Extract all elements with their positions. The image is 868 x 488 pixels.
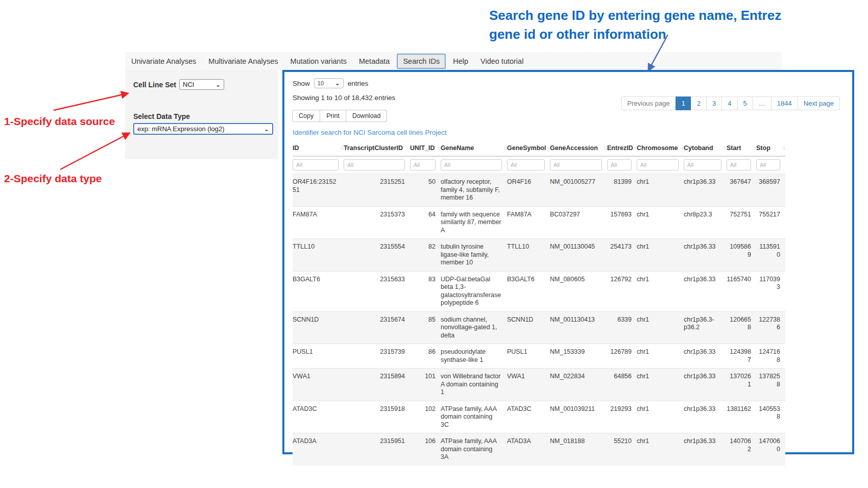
- cell-start: 1381162: [727, 401, 756, 433]
- column-header-geneaccession[interactable]: GeneAccession↑↓: [550, 140, 607, 156]
- filter-input-genesymbol[interactable]: [507, 159, 545, 170]
- next-page-button[interactable]: Next page: [798, 96, 840, 110]
- cell-geneaccession: NM_153339: [550, 344, 607, 369]
- cell-unit-id: 50: [410, 174, 441, 207]
- tab-mutation-variants[interactable]: Mutation variants: [284, 54, 353, 69]
- entries-label: entries: [348, 80, 369, 87]
- column-header-unit-id[interactable]: UNIT_ID↑↓: [410, 140, 441, 156]
- table-row: OR4F16:2315251231525150olfactory recepto…: [293, 174, 785, 207]
- cell-cytoband: chr1p36.33: [684, 271, 727, 311]
- page-button-5[interactable]: 5: [737, 96, 753, 110]
- column-header-genename[interactable]: GeneName↑↓: [441, 140, 507, 156]
- filter-input-entrezid[interactable]: [607, 159, 632, 170]
- table-row: FAM87A231537364family with sequence simi…: [293, 206, 785, 239]
- filter-input-start[interactable]: [727, 159, 751, 170]
- show-entries-row: Show 10 ⌄ entries: [293, 78, 844, 88]
- filter-input-cytoband[interactable]: [684, 159, 721, 170]
- cell-stop: 1227386: [756, 311, 785, 344]
- copy-button[interactable]: Copy: [292, 110, 320, 122]
- cell-geneaccession: NM_001130413: [550, 311, 607, 344]
- previous-page-button[interactable]: Previous page: [621, 96, 676, 110]
- filter-input-id[interactable]: [293, 159, 339, 170]
- cell-unit-id: 102: [410, 401, 441, 433]
- sort-icon: ↑↓: [503, 145, 507, 151]
- cell-entrezid: 254173: [607, 239, 637, 272]
- cell-start: 1407062: [727, 433, 756, 466]
- gene-id-table: ID↑↓TranscriptClusterID↑↓UNIT_ID↑↓GeneNa…: [293, 140, 785, 466]
- search-gene-note-line1: Search gene ID by entering gene name, En…: [489, 6, 781, 25]
- tab-help[interactable]: Help: [447, 54, 474, 69]
- tab-metadata[interactable]: Metadata: [353, 54, 396, 69]
- sort-icon: ↑↓: [680, 145, 683, 151]
- arrow-to-cell-line-set: [54, 93, 128, 110]
- column-header-id[interactable]: ID↑↓: [293, 140, 344, 156]
- cell-stop: 1470060: [756, 433, 785, 466]
- download-button[interactable]: Download: [346, 110, 388, 122]
- sort-icon: ↑↓: [633, 145, 636, 151]
- page-button-3[interactable]: 3: [706, 96, 722, 110]
- cell-start: 1165740: [727, 271, 756, 311]
- cell-genesymbol: B3GALT6: [507, 271, 550, 311]
- filter-input-geneaccession[interactable]: [550, 159, 602, 170]
- page-button-1844[interactable]: 1844: [771, 96, 798, 110]
- column-header-stop[interactable]: Stop↑↓: [756, 140, 785, 156]
- cell-chromosome: chr1: [637, 369, 684, 401]
- cell-genename: sodium channel, nonvoltage-gated 1, delt…: [441, 311, 507, 344]
- tab-video-tutorial[interactable]: Video tutorial: [474, 54, 529, 69]
- sort-icon: ↑↓: [753, 145, 756, 151]
- data-type-label: Select Data Type: [133, 112, 270, 120]
- cell-id: VWA1: [293, 369, 344, 401]
- cell-line-set-value: NCI: [183, 81, 194, 88]
- page-button-1[interactable]: 1: [676, 96, 691, 110]
- column-header-genesymbol[interactable]: GeneSymbol↑↓: [507, 140, 550, 156]
- column-header-chromosome[interactable]: Chromosome↑↓: [637, 140, 684, 156]
- filter-input-transcriptclusterid[interactable]: [344, 159, 405, 170]
- search-gene-note-line2: gene id or other information: [489, 25, 781, 44]
- filter-input-genename[interactable]: [441, 159, 502, 170]
- cell-cytoband: chr1p36.33: [684, 369, 727, 401]
- column-header-start[interactable]: Start↑↓: [727, 140, 756, 156]
- table-row: PUSL1231573986pseudouridylate synthase-l…: [293, 344, 785, 369]
- results-panel: Show 10 ⌄ entries Showing 1 to 10 of 18,…: [282, 70, 854, 454]
- cell-transcriptclusterid: 2315894: [344, 369, 410, 401]
- page-button-2[interactable]: 2: [691, 96, 707, 110]
- cell-id: PUSL1: [293, 344, 344, 369]
- filter-input-stop[interactable]: [756, 159, 780, 170]
- data-type-select[interactable]: exp: mRNA Expression (log2) ⌄: [133, 123, 273, 135]
- column-header-transcriptclusterid[interactable]: TranscriptClusterID↑↓: [344, 140, 410, 156]
- table-row: VWA12315894101von Willebrand factor A do…: [293, 369, 785, 401]
- cell-id: ATAD3C: [293, 401, 344, 433]
- page-button-4[interactable]: 4: [721, 96, 737, 110]
- cell-stop: 368597: [756, 174, 785, 207]
- cell-id: FAM87A: [293, 206, 344, 239]
- cell-cytoband: chr1p36.33: [684, 433, 727, 466]
- tab-multivariate-analyses[interactable]: Multivariate Analyses: [202, 54, 284, 69]
- cell-stop: 1135910: [756, 239, 785, 272]
- filter-input-chromosome[interactable]: [637, 159, 679, 170]
- tab-univariate-analyses[interactable]: Univariate Analyses: [125, 54, 202, 69]
- cell-entrezid: 64856: [607, 369, 637, 401]
- print-button[interactable]: Print: [320, 110, 346, 122]
- search-gene-note: Search gene ID by entering gene name, En…: [489, 6, 781, 44]
- column-header-cytoband[interactable]: Cytoband↑↓: [684, 140, 727, 156]
- cell-genesymbol: TTLL10: [507, 239, 550, 272]
- cell-geneaccession: BC037297: [550, 206, 607, 239]
- identifier-search-link[interactable]: Identifier search for NCI Sarcoma cell l…: [293, 129, 844, 136]
- export-button-group: CopyPrintDownload: [293, 110, 387, 122]
- cell-cytoband: chr1p36.33: [684, 174, 727, 207]
- gene-table-header: ID↑↓TranscriptClusterID↑↓UNIT_ID↑↓GeneNa…: [293, 140, 785, 156]
- cell-genename: von Willebrand factor A domain containin…: [441, 369, 507, 401]
- cell-chromosome: chr1: [637, 311, 684, 344]
- chevron-down-icon: ⌄: [264, 126, 269, 133]
- cell-line-set-select[interactable]: NCI ⌄: [179, 79, 224, 90]
- cell-unit-id: 101: [410, 369, 441, 401]
- cell-stop: 1170393: [756, 271, 785, 311]
- sort-icon: ↑↓: [340, 145, 343, 151]
- cell-entrezid: 126792: [607, 271, 637, 311]
- tab-search-ids[interactable]: Search IDs: [397, 54, 446, 69]
- cell-chromosome: chr1: [637, 206, 684, 239]
- column-header-entrezid[interactable]: EntrezID↑↓: [607, 140, 637, 156]
- filter-input-unit-id[interactable]: [410, 159, 436, 170]
- cell-line-set-label: Cell Line Set: [133, 81, 176, 89]
- page-length-select[interactable]: 10 ⌄: [314, 78, 344, 88]
